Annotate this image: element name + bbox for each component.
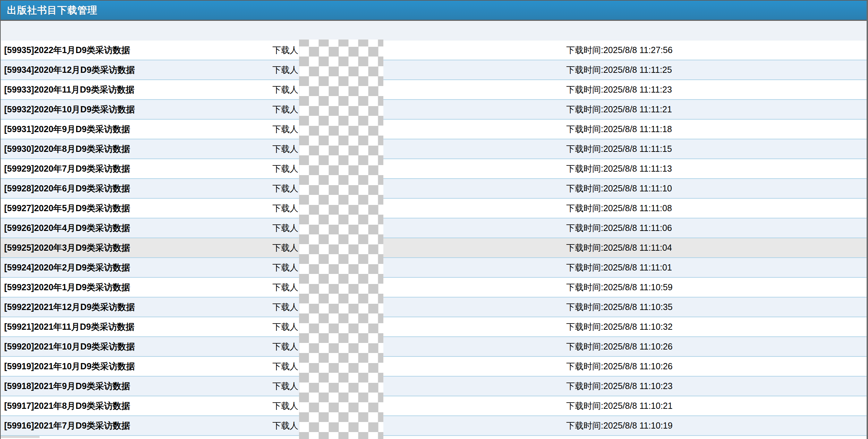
downloader-label: 下载人: [272,278,301,297]
download-time: 下载时间:2025/8/8 11:27:56 [566,41,673,60]
download-time: 下载时间:2025/8/8 11:10:21 [566,396,673,415]
downloader-label: 下载人: [272,120,301,139]
download-row[interactable]: [59919]2021年10月D9类采访数据 下载人: 下载时间:2025/8/… [1,357,867,377]
row-title: [59919]2021年10月D9类采访数据 [4,357,135,376]
download-row[interactable]: [59916]2021年7月D9类采访数据 下载人: 下载时间:2025/8/8… [1,416,867,436]
row-title: [59928]2020年6月D9类采访数据 [4,179,130,198]
row-title: [59931]2020年9月D9类采访数据 [4,120,130,139]
row-title: [59917]2021年8月D9类采访数据 [4,396,130,415]
download-time: 下载时间:2025/8/8 11:11:04 [566,238,672,257]
title-bar: 出版社书目下载管理 [1,1,867,21]
downloader-label: 下载人: [272,80,301,99]
row-title: [59922]2021年12月D9类采访数据 [4,298,135,317]
downloader-label: 下载人: [272,416,301,435]
download-time: 下载时间:2025/8/8 11:11:01 [566,258,672,277]
partial-next-row [1,436,867,438]
download-time: 下载时间:2025/8/8 11:11:08 [566,199,672,218]
download-row[interactable]: [59933]2020年11月D9类采访数据 下载人: 下载时间:2025/8/… [1,80,867,100]
download-time: 下载时间:2025/8/8 11:11:15 [566,139,672,158]
download-row[interactable]: [59930]2020年8月D9类采访数据 下载人: 下载时间:2025/8/8… [1,139,867,159]
redacted-downloader-names-overlay [299,40,383,439]
download-row[interactable]: [59932]2020年10月D9类采访数据 下载人: 下载时间:2025/8/… [1,100,867,120]
download-row[interactable]: [59918]2021年9月D9类采访数据 下载人: 下载时间:2025/8/8… [1,377,867,396]
page-title: 出版社书目下载管理 [7,4,97,17]
download-time: 下载时间:2025/8/8 11:11:10 [566,179,672,198]
downloader-label: 下载人: [272,258,301,277]
publisher-download-manager-window: 出版社书目下载管理 [59935]2022年1月D9类采访数据 下载人: 下载时… [0,0,868,439]
download-row[interactable]: [59926]2020年4月D9类采访数据 下载人: 下载时间:2025/8/8… [1,218,867,238]
downloader-label: 下载人: [272,377,301,396]
downloader-label: 下载人: [272,139,301,158]
row-title: [59920]2021年10月D9类采访数据 [4,337,135,356]
row-title: [59927]2020年5月D9类采访数据 [4,199,130,218]
download-row[interactable]: [59928]2020年6月D9类采访数据 下载人: 下载时间:2025/8/8… [1,179,867,199]
downloader-label: 下载人: [272,159,301,178]
downloader-label: 下载人: [272,357,301,376]
download-time: 下载时间:2025/8/8 11:11:23 [566,80,672,99]
download-row[interactable]: [59923]2020年1月D9类采访数据 下载人: 下载时间:2025/8/8… [1,278,867,298]
downloader-label: 下载人: [272,179,301,198]
row-title: [59934]2020年12月D9类采访数据 [4,60,135,79]
download-row[interactable]: [59924]2020年2月D9类采访数据 下载人: 下载时间:2025/8/8… [1,258,867,278]
download-time: 下载时间:2025/8/8 11:10:59 [566,278,673,297]
row-title: [59930]2020年8月D9类采访数据 [4,139,130,158]
downloader-label: 下载人: [272,60,301,79]
row-title: [59926]2020年4月D9类采访数据 [4,218,130,238]
download-time: 下载时间:2025/8/8 11:11:06 [566,218,672,238]
downloader-label: 下载人: [272,100,301,119]
download-row[interactable]: [59929]2020年7月D9类采访数据 下载人: 下载时间:2025/8/8… [1,159,867,179]
row-title: [59935]2022年1月D9类采访数据 [4,41,130,60]
downloader-label: 下载人: [272,218,301,238]
download-row[interactable]: [59921]2021年11月D9类采访数据 下载人: 下载时间:2025/8/… [1,317,867,337]
download-row[interactable]: [59931]2020年9月D9类采访数据 下载人: 下载时间:2025/8/8… [1,120,867,139]
download-row[interactable]: [59922]2021年12月D9类采访数据 下载人: 下载时间:2025/8/… [1,298,867,317]
downloader-label: 下载人: [272,199,301,218]
partial-next-row-block [1,436,40,438]
download-row[interactable]: [59927]2020年5月D9类采访数据 下载人: 下载时间:2025/8/8… [1,199,867,218]
row-title: [59918]2021年9月D9类采访数据 [4,377,130,396]
row-title: [59929]2020年7月D9类采访数据 [4,159,130,178]
downloader-label: 下载人: [272,337,301,356]
download-time: 下载时间:2025/8/8 11:11:25 [566,60,672,79]
download-row[interactable]: [59925]2020年3月D9类采访数据 下载人: 下载时间:2025/8/8… [1,238,867,258]
downloader-label: 下载人: [272,238,301,257]
download-time: 下载时间:2025/8/8 11:10:26 [566,337,673,356]
download-list: [59935]2022年1月D9类采访数据 下载人: 下载时间:2025/8/8… [1,41,867,436]
download-time: 下载时间:2025/8/8 11:10:32 [566,317,673,336]
download-time: 下载时间:2025/8/8 11:10:23 [566,377,673,396]
row-title: [59925]2020年3月D9类采访数据 [4,238,130,257]
download-row[interactable]: [59917]2021年8月D9类采访数据 下载人: 下载时间:2025/8/8… [1,396,867,416]
download-row[interactable]: [59920]2021年10月D9类采访数据 下载人: 下载时间:2025/8/… [1,337,867,357]
downloader-label: 下载人: [272,298,301,317]
download-time: 下载时间:2025/8/8 11:11:13 [566,159,672,178]
row-title: [59921]2021年11月D9类采访数据 [4,317,134,336]
download-time: 下载时间:2025/8/8 11:11:21 [566,100,672,119]
downloader-label: 下载人: [272,41,301,60]
downloader-label: 下载人: [272,396,301,415]
row-title: [59916]2021年7月D9类采访数据 [4,416,130,435]
row-title: [59923]2020年1月D9类采访数据 [4,278,130,297]
downloader-label: 下载人: [272,317,301,336]
row-title: [59933]2020年11月D9类采访数据 [4,80,134,99]
download-time: 下载时间:2025/8/8 11:10:26 [566,357,673,376]
toolbar-empty-strip [1,21,867,41]
download-time: 下载时间:2025/8/8 11:10:35 [566,298,673,317]
download-time: 下载时间:2025/8/8 11:11:18 [566,120,672,139]
download-time: 下载时间:2025/8/8 11:10:19 [566,416,673,435]
download-row[interactable]: [59935]2022年1月D9类采访数据 下载人: 下载时间:2025/8/8… [1,41,867,60]
row-title: [59924]2020年2月D9类采访数据 [4,258,130,277]
download-row[interactable]: [59934]2020年12月D9类采访数据 下载人: 下载时间:2025/8/… [1,60,867,80]
row-title: [59932]2020年10月D9类采访数据 [4,100,135,119]
